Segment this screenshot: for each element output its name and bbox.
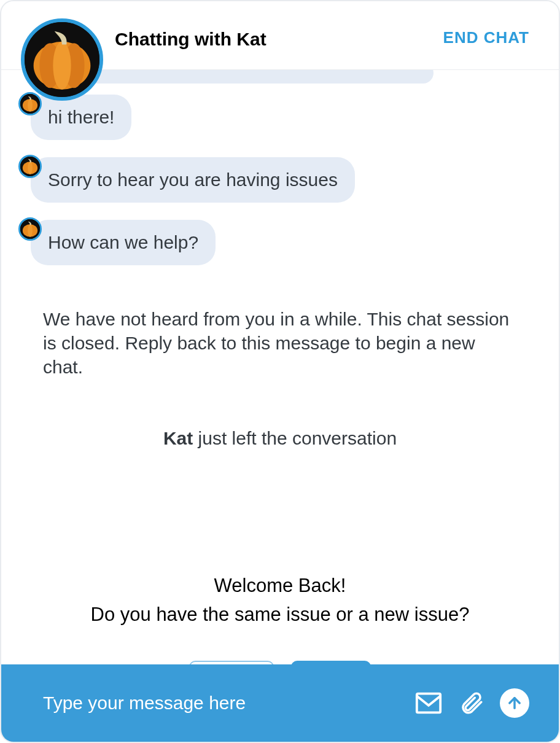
agent-avatar-small [18,92,42,115]
agent-left-notice: Kat just left the conversation [43,428,517,449]
svg-point-7 [28,99,33,111]
pumpkin-icon [20,157,40,176]
pumpkin-icon [20,94,40,114]
send-button[interactable] [500,688,529,718]
chat-title: Chatting with Kat [115,28,266,50]
svg-point-4 [53,42,71,90]
chat-widget: Chatting with Kat END CHAT hi there! [0,0,560,743]
message-row: Sorry to hear you are having issues [1,157,559,203]
agent-avatar-large[interactable] [21,18,103,101]
arrow-up-icon [506,694,523,712]
svg-point-13 [28,224,33,236]
attach-file-button[interactable] [457,688,486,718]
welcome-line-2: Do you have the same issue or a new issu… [1,601,559,629]
mail-icon [414,689,443,717]
agent-avatar-small [18,155,42,178]
paperclip-icon [459,690,484,716]
same-issue-button[interactable]: Same [189,661,274,664]
svg-rect-14 [417,694,440,713]
pumpkin-icon [20,219,40,239]
session-closed-notice: We have not heard from you in a while. T… [43,307,517,379]
message-bubble: hi there! [31,95,131,140]
email-transcript-button[interactable] [414,688,443,718]
issue-choice-row: Same New [1,661,559,664]
message-row: hi there! [1,95,559,140]
welcome-line-1: Welcome Back! [1,572,559,601]
pumpkin-icon [25,22,99,97]
message-bubble: Sorry to hear you are having issues [31,157,355,203]
svg-point-10 [28,161,33,174]
agent-left-name: Kat [163,428,193,448]
message-bubble: How can we help? [31,220,216,265]
welcome-back-prompt: Welcome Back! Do you have the same issue… [1,572,559,629]
agent-left-suffix: just left the conversation [193,428,397,448]
agent-avatar-small [18,217,42,241]
message-row: How can we help? [1,220,559,265]
end-chat-button[interactable]: END CHAT [443,28,529,47]
new-issue-button[interactable]: New [291,661,371,664]
chat-header: Chatting with Kat END CHAT [1,1,559,70]
message-input[interactable] [43,693,400,714]
chat-body: hi there! Sorry to hear you are having i… [1,70,559,664]
message-input-bar [1,664,559,742]
